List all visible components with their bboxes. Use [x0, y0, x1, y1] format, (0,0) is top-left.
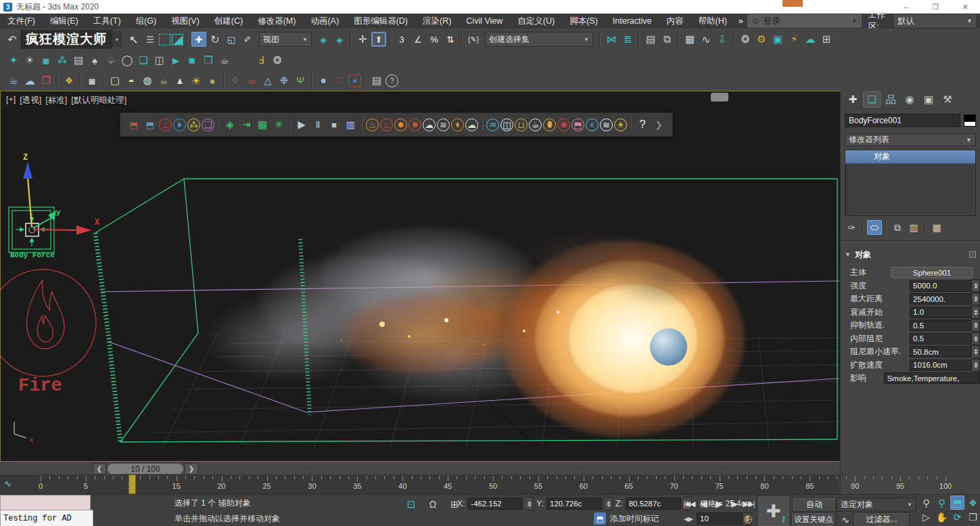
sim-flow-icon[interactable]: ⇥: [239, 117, 254, 132]
snap-toggle-3d-icon[interactable]: 3: [394, 32, 409, 47]
zoom-region-icon[interactable]: ⚲: [935, 496, 949, 510]
layers-stack-icon[interactable]: ❏: [136, 53, 151, 68]
light-lister-icon[interactable]: ❖: [62, 73, 76, 88]
minimize-button[interactable]: –: [891, 0, 920, 14]
workspace-dropdown[interactable]: 默认 ▼: [893, 14, 977, 28]
sun-icon[interactable]: ☀: [189, 73, 204, 88]
chevron-down-icon[interactable]: ▾: [112, 31, 122, 47]
schematic-view-icon[interactable]: ⇩: [715, 32, 730, 47]
render-setup-icon[interactable]: ⚙: [754, 32, 769, 47]
menu-item-9[interactable]: 渲染(R): [415, 14, 459, 28]
select-and-rotate-icon[interactable]: ↻: [208, 32, 223, 47]
subject-picker-button[interactable]: Sphere001: [891, 267, 973, 278]
param-spinner[interactable]: [972, 280, 980, 292]
menu-item-13[interactable]: Interactive: [605, 14, 659, 28]
ring-array-icon[interactable]: ◯: [120, 53, 135, 68]
current-frame-field[interactable]: 10: [697, 512, 745, 525]
viewport-menu-1[interactable]: [透视]: [20, 95, 41, 106]
maximize-viewport-icon[interactable]: ❒: [966, 510, 980, 524]
sim-liquid-container-icon[interactable]: ⬒: [143, 117, 158, 132]
current-frame-marker[interactable]: [129, 475, 136, 494]
ice-preset-icon[interactable]: ◫: [500, 118, 513, 131]
close-button[interactable]: ✕: [950, 0, 980, 14]
field-of-view-icon[interactable]: ▷: [919, 510, 933, 524]
param-spinner[interactable]: [972, 306, 980, 319]
param-field-6[interactable]: 1016.0cm: [910, 359, 972, 371]
curve-editor-icon[interactable]: ∿: [699, 32, 714, 47]
zoom-icon[interactable]: ⚲: [919, 496, 933, 510]
coord-field-y[interactable]: 120.726c: [546, 498, 602, 510]
water-splash-preset-icon[interactable]: ♒: [486, 118, 499, 131]
foliage-icon[interactable]: ⁂: [55, 53, 70, 68]
modify-tab[interactable]: ❏: [863, 91, 881, 108]
particle-array-icon[interactable]: ⁘: [228, 73, 243, 88]
layer-source-icon[interactable]: ❏: [202, 118, 214, 131]
affect-input[interactable]: Smoke,Temperature,: [884, 372, 980, 384]
camera-icon[interactable]: ◙: [39, 53, 53, 68]
about-help-icon[interactable]: ?: [386, 74, 398, 87]
rock-icon[interactable]: ❉: [277, 73, 291, 88]
coord-field-z[interactable]: 80.5287c: [626, 498, 681, 510]
param-field-5[interactable]: 50.8cm: [910, 346, 972, 357]
spinner-snap-toggle-icon[interactable]: ⇅: [443, 32, 458, 47]
previous-frame-button[interactable]: ◀|: [697, 496, 711, 511]
go-to-end-button[interactable]: ▶▶|: [742, 496, 755, 511]
spruce-tree-icon[interactable]: ♠: [87, 53, 102, 68]
menu-item-11[interactable]: 自定义(U): [510, 14, 562, 28]
set-keys-button[interactable]: ✚ ⚷: [757, 496, 790, 526]
utilities-tab[interactable]: ⚒: [939, 91, 956, 108]
rendered-frame-window-icon[interactable]: ▣: [770, 32, 785, 47]
selection-lock-toggle[interactable]: Ω: [425, 497, 440, 512]
play-button[interactable]: ▶: [712, 496, 726, 511]
hierarchy-tab[interactable]: 品: [882, 91, 900, 108]
undo-icon[interactable]: ↶: [5, 32, 20, 47]
next-frame-button[interactable]: |▶: [727, 496, 741, 511]
reference-coordinate-dropdown[interactable]: 视图 ▼: [259, 32, 312, 47]
use-pivot-center-icon[interactable]: ◈: [316, 32, 331, 47]
param-field-3[interactable]: 0.5: [910, 320, 972, 331]
render-cloud-icon[interactable]: ☁: [803, 32, 818, 47]
track-bar[interactable]: ∿ 05101520253035404550556065707580859095…: [0, 475, 839, 495]
milk-preset-icon[interactable]: ⬒: [571, 118, 584, 131]
menu-item-1[interactable]: 编辑(E): [43, 14, 86, 28]
sphere-object-icon[interactable]: ●: [316, 73, 331, 88]
asset-library-icon[interactable]: ⊞: [819, 32, 834, 47]
light-sphere-icon[interactable]: ❂: [270, 53, 285, 68]
menu-item-0[interactable]: 文件(F): [0, 14, 43, 28]
clipboard-icon[interactable]: ▤: [369, 73, 384, 88]
mirror-icon[interactable]: ⋈: [604, 32, 619, 47]
teapot-icon[interactable]: ☕: [217, 53, 232, 68]
select-by-name-icon[interactable]: ☰: [143, 32, 158, 47]
use-selection-center-icon[interactable]: ◈: [332, 32, 347, 47]
explosion2-preset-icon[interactable]: ✹: [409, 118, 421, 131]
honey-preset-icon[interactable]: ⬮: [543, 118, 556, 131]
object-rollout-header[interactable]: ▼ 对象: [845, 248, 976, 261]
viewport-overflow-tab[interactable]: [711, 93, 728, 102]
candle-preset-icon[interactable]: ⬧: [451, 118, 464, 131]
viewport-play-icon[interactable]: ▶: [168, 53, 183, 68]
viewport-split-icon[interactable]: ◫: [152, 53, 167, 68]
smoke-trail-preset-icon[interactable]: ≋: [437, 118, 450, 131]
photometric-light-icon[interactable]: ✦: [6, 53, 21, 68]
menu-item-10[interactable]: Civil View: [459, 14, 510, 28]
create-tab[interactable]: ✚: [844, 91, 862, 108]
rect-selection-region-icon[interactable]: [159, 34, 170, 45]
menu-item-7[interactable]: 动画(A): [303, 14, 346, 28]
cloud-icon[interactable]: ☁: [22, 73, 37, 88]
param-field-1[interactable]: 2540000.: [910, 293, 972, 305]
percent-snap-toggle-icon[interactable]: %: [427, 32, 442, 47]
particle-source-icon[interactable]: ⁂: [187, 118, 200, 131]
restore-button[interactable]: ❐: [920, 0, 950, 14]
motion-tab[interactable]: ◉: [901, 91, 918, 108]
liquid-source-icon[interactable]: ⬧: [173, 118, 186, 131]
param-spinner[interactable]: [972, 332, 980, 345]
waterfall-preset-icon[interactable]: ≋: [600, 118, 613, 131]
pyramid-helper-icon[interactable]: △: [260, 73, 275, 88]
menu-item-5[interactable]: 创建(C): [207, 14, 250, 28]
coffee-preset-icon[interactable]: ☕: [529, 118, 542, 131]
select-object-color-icon[interactable]: ●: [348, 74, 361, 87]
select-and-move-icon[interactable]: ✚: [191, 32, 206, 47]
configure-modifier-sets-icon[interactable]: ▦: [929, 220, 944, 235]
sim-help-icon[interactable]: ?: [635, 117, 650, 132]
panel-frame-icon[interactable]: ❐: [201, 53, 216, 68]
